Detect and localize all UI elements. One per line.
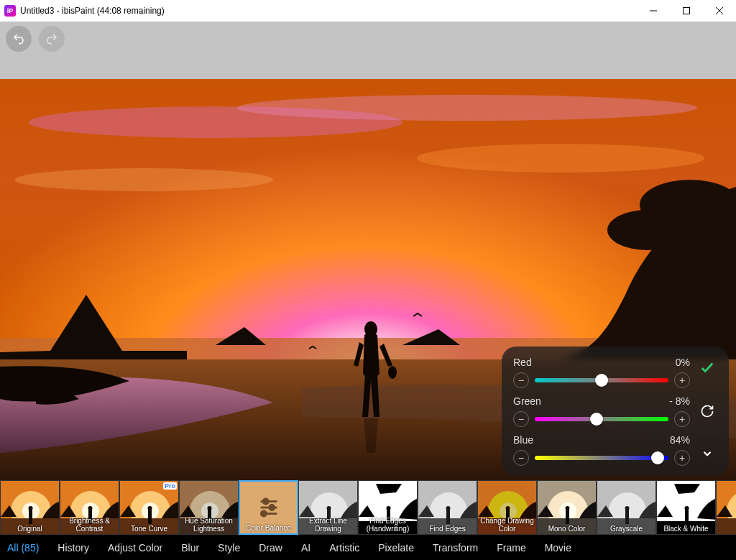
svg-point-14 [388, 366, 397, 379]
filter-thumb[interactable]: Black & White [656, 480, 716, 535]
category-tab[interactable]: Blur [181, 542, 199, 554]
category-tab[interactable]: History [58, 542, 89, 554]
svg-point-7 [237, 95, 697, 121]
slider-thumb[interactable] [590, 413, 603, 426]
slider-thumb[interactable] [651, 451, 664, 464]
slider-blue: Blue 84% − + [513, 434, 690, 466]
slider-green: Green - 8% − + [513, 395, 690, 427]
filter-thumb-label: Black & White [657, 525, 715, 533]
top-toolbar [0, 22, 736, 79]
filter-thumb-label: Grayscale [597, 525, 656, 533]
svg-point-16 [263, 499, 268, 504]
filter-thumb[interactable]: Mono Color [537, 480, 597, 535]
slider-label: Green [513, 395, 541, 407]
filter-thumb[interactable]: ProTone Curve [119, 480, 179, 535]
window-titlebar: iP Untitled3 - ibisPaint (44:08 remainin… [0, 0, 736, 22]
svg-rect-1 [684, 8, 690, 14]
slider-thumb[interactable] [595, 374, 608, 387]
decrement-button[interactable]: − [513, 411, 529, 427]
decrement-button[interactable]: − [513, 450, 529, 466]
filter-thumb-label: Original [1, 525, 59, 533]
filter-thumb[interactable]: Brightness & Contrast [60, 480, 119, 535]
filter-thumb-label: Find Edges [418, 525, 477, 533]
redo-button[interactable] [39, 26, 65, 52]
increment-button[interactable]: + [674, 411, 690, 427]
filter-thumb[interactable]: Find Edges [418, 480, 477, 535]
filter-thumb[interactable]: Original [0, 480, 60, 535]
category-tab[interactable]: Style [218, 542, 240, 554]
color-balance-panel: Red 0% − + Green - 8% − + Blue 84% − [502, 346, 729, 476]
app-icon: iP [4, 5, 16, 17]
category-tab[interactable]: Frame [497, 542, 525, 554]
minimize-button[interactable] [637, 0, 670, 22]
increment-button[interactable]: + [674, 450, 690, 466]
filter-thumb-label: Post [717, 525, 736, 533]
filter-thumb-label: Extract Line Drawing [299, 517, 357, 533]
svg-point-8 [417, 144, 704, 173]
filter-thumb[interactable]: Post [716, 480, 736, 535]
filter-thumb-label: Find Edges (Handwriting) [359, 517, 417, 533]
svg-point-20 [261, 511, 266, 516]
slider-track[interactable] [535, 456, 668, 460]
filter-thumb-label: Hue Saturation Lightness [180, 517, 238, 533]
slider-label: Blue [513, 434, 533, 446]
filter-thumb-label: Change Drawing Color [478, 517, 536, 533]
svg-point-9 [14, 168, 273, 191]
canvas[interactable]: Red 0% − + Green - 8% − + Blue 84% − [0, 79, 736, 480]
filter-thumb[interactable]: Hue Saturation Lightness [179, 480, 239, 535]
undo-button[interactable] [6, 26, 32, 52]
category-tab[interactable]: Pixelate [378, 542, 414, 554]
increment-button[interactable]: + [674, 372, 690, 388]
filter-thumb[interactable]: Color Balance [239, 480, 298, 535]
slider-label: Red [513, 357, 532, 368]
category-tab[interactable]: Draw [259, 542, 282, 554]
expand-button[interactable] [701, 447, 714, 464]
maximize-button[interactable] [670, 0, 703, 22]
slider-value: - 8% [669, 395, 690, 407]
slider-value: 0% [676, 357, 690, 368]
pro-badge: Pro [163, 482, 177, 490]
apply-button[interactable] [699, 359, 715, 379]
filter-thumb[interactable]: Grayscale [597, 480, 656, 535]
category-tab[interactable]: Artistic [329, 542, 359, 554]
filter-thumb-label: Brightness & Contrast [60, 517, 119, 533]
svg-point-12 [607, 210, 686, 250]
category-tab[interactable]: Movie [545, 542, 571, 554]
category-tab[interactable]: AI [301, 542, 310, 554]
slider-track[interactable] [535, 378, 668, 382]
filter-thumb-label: Color Balance [240, 524, 297, 532]
filter-thumb-label: Mono Color [538, 525, 596, 533]
category-tab[interactable]: Adjust Color [108, 542, 162, 554]
decrement-button[interactable]: − [513, 372, 529, 388]
filter-thumb[interactable]: Find Edges (Handwriting) [358, 480, 418, 535]
category-tab[interactable]: All (85) [7, 542, 39, 554]
slider-value: 84% [670, 434, 690, 446]
category-tab[interactable]: Transform [433, 542, 478, 554]
reset-button[interactable] [700, 404, 714, 422]
filter-thumb[interactable]: Extract Line Drawing [298, 480, 358, 535]
slider-track[interactable] [535, 417, 668, 421]
window-title: Untitled3 - ibisPaint (44:08 remaining) [20, 6, 165, 16]
filter-thumb-label: Tone Curve [120, 525, 178, 533]
filter-thumbnail-strip[interactable]: OriginalBrightness & ContrastProTone Cur… [0, 480, 736, 535]
svg-point-18 [269, 505, 274, 510]
filter-thumb[interactable]: Change Drawing Color [477, 480, 537, 535]
close-button[interactable] [703, 0, 736, 22]
filter-category-bar[interactable]: All (85)HistoryAdjust ColorBlurStyleDraw… [0, 535, 736, 560]
slider-red: Red 0% − + [513, 357, 690, 388]
